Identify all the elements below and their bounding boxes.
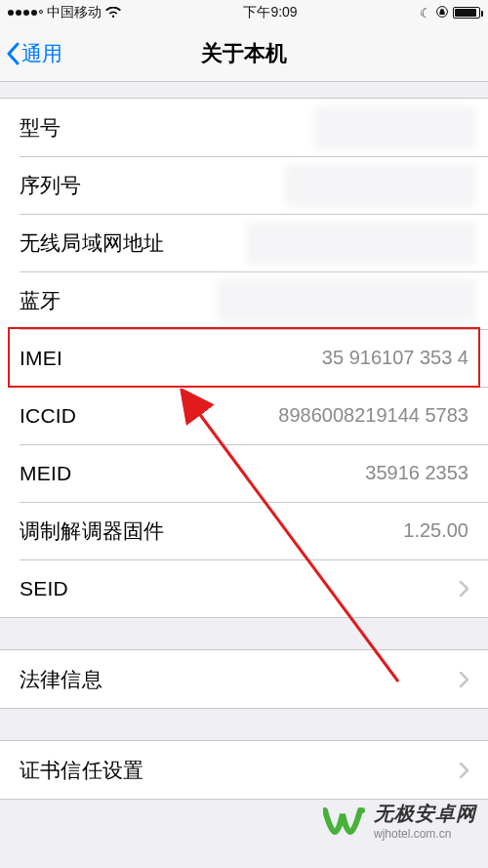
chevron-right-icon bbox=[459, 581, 468, 597]
back-button[interactable]: 通用 bbox=[6, 25, 62, 81]
row-label: 证书信任设置 bbox=[20, 757, 143, 784]
dnd-moon-icon: ☾ bbox=[420, 6, 431, 21]
row-value: 8986008219144 5783 bbox=[96, 404, 468, 427]
row-label: MEID bbox=[20, 462, 71, 485]
row-wifi-address[interactable]: 无线局域网地址 bbox=[0, 214, 488, 271]
svg-point-2 bbox=[359, 807, 365, 813]
battery-icon bbox=[453, 7, 480, 19]
row-label: 调制解调器固件 bbox=[20, 517, 164, 545]
status-bar: 中国移动 下午9:09 ☾ bbox=[0, 0, 488, 25]
watermark-title: 无极安卓网 bbox=[374, 801, 476, 827]
row-bluetooth[interactable]: 蓝牙 bbox=[0, 271, 488, 329]
row-cert-trust-settings[interactable]: 证书信任设置 bbox=[0, 741, 488, 799]
status-right: ☾ bbox=[420, 5, 480, 21]
chevron-right-icon bbox=[459, 763, 468, 778]
row-seid[interactable]: SEID bbox=[0, 559, 488, 617]
watermark-url: wjhotel.com.cn bbox=[374, 827, 476, 841]
orientation-lock-icon bbox=[435, 5, 449, 21]
chevron-left-icon bbox=[6, 42, 20, 65]
row-label: ICCID bbox=[20, 404, 76, 428]
row-value: 35916 2353 bbox=[91, 462, 468, 484]
watermark-logo-icon bbox=[323, 805, 366, 838]
nav-header: 通用 关于本机 bbox=[0, 25, 488, 82]
watermark: 无极安卓网 wjhotel.com.cn bbox=[323, 801, 476, 841]
row-label: 序列号 bbox=[20, 172, 82, 199]
wifi-icon bbox=[105, 7, 121, 19]
row-label: SEID bbox=[20, 577, 68, 600]
row-label: IMEI bbox=[20, 347, 62, 370]
status-left: 中国移动 bbox=[8, 4, 121, 21]
page-title: 关于本机 bbox=[201, 39, 287, 68]
row-label: 蓝牙 bbox=[20, 287, 61, 314]
row-meid[interactable]: MEID 35916 2353 bbox=[0, 444, 488, 502]
row-iccid[interactable]: ICCID 8986008219144 5783 bbox=[0, 387, 488, 444]
chevron-right-icon bbox=[459, 672, 468, 687]
row-label: 型号 bbox=[20, 114, 61, 142]
carrier-label: 中国移动 bbox=[47, 4, 102, 21]
status-time: 下午9:09 bbox=[243, 4, 297, 21]
about-list-group-3: 证书信任设置 bbox=[0, 740, 488, 800]
row-label: 法律信息 bbox=[20, 666, 102, 693]
row-label: 无线局域网地址 bbox=[20, 229, 164, 257]
row-modem-firmware[interactable]: 调制解调器固件 1.25.00 bbox=[0, 502, 488, 559]
row-legal[interactable]: 法律信息 bbox=[0, 650, 488, 708]
about-list-group-2: 法律信息 bbox=[0, 649, 488, 709]
row-serial[interactable]: 序列号 bbox=[0, 156, 488, 214]
row-value: 35 916107 353 4 bbox=[82, 347, 468, 369]
row-value: 1.25.00 bbox=[183, 519, 468, 542]
about-list-group-1: 型号 序列号 无线局域网地址 蓝牙 IMEI 35 916107 353 4 I… bbox=[0, 98, 488, 618]
signal-dots-icon bbox=[8, 10, 43, 16]
back-label: 通用 bbox=[21, 40, 62, 67]
row-imei[interactable]: IMEI 35 916107 353 4 bbox=[0, 329, 488, 387]
row-model[interactable]: 型号 bbox=[0, 99, 488, 156]
